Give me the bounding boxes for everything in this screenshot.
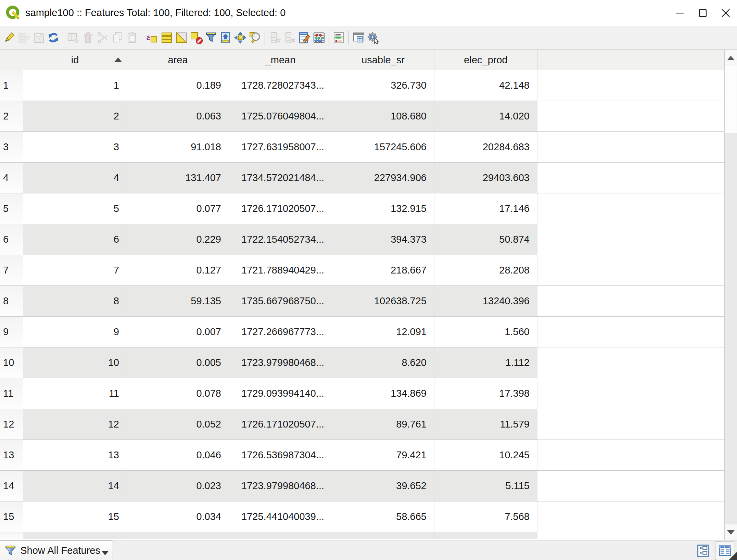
table-cell-area[interactable]: 59.135 — [127, 286, 229, 316]
scrollbar-track[interactable] — [725, 66, 737, 524]
table-cell-usable_sr[interactable]: 326.730 — [332, 70, 434, 101]
table-corner-cell[interactable] — [0, 50, 23, 70]
row-number-header[interactable]: 13 — [0, 440, 23, 470]
table-cell-id[interactable]: 13 — [23, 440, 127, 470]
table-cell-elec_prod[interactable]: 20284.683 — [434, 132, 537, 162]
table-cell-elec_prod[interactable]: 50.874 — [434, 224, 537, 255]
table-cell-id[interactable]: 5 — [23, 193, 127, 224]
feature-actions-button[interactable] — [366, 27, 381, 48]
table-cell-area[interactable]: 0.078 — [127, 378, 229, 409]
toggle-editing-button[interactable] — [2, 27, 16, 48]
table-cell-area[interactable]: 0.007 — [127, 317, 229, 347]
row-number-header[interactable]: 10 — [0, 347, 23, 378]
table-cell-area[interactable]: 91.018 — [127, 132, 229, 162]
table-cell-_mean[interactable]: 1726.171020507... — [229, 193, 332, 224]
table-cell-_mean[interactable]: 1722.154052734... — [229, 224, 332, 255]
row-number-header[interactable]: 6 — [0, 224, 23, 255]
table-cell-usable_sr[interactable]: 8.620 — [332, 347, 434, 378]
table-cell-elec_prod[interactable]: 42.148 — [434, 70, 537, 101]
reload-table-button[interactable] — [46, 27, 61, 48]
table-cell-_mean[interactable]: 1729.093994140... — [229, 378, 332, 409]
table-cell-usable_sr[interactable]: 79.421 — [332, 440, 434, 470]
table-cell-elec_prod[interactable]: 28.208 — [434, 255, 537, 285]
scrollbar-thumb[interactable] — [725, 66, 737, 134]
table-cell-area[interactable]: 0.229 — [127, 224, 229, 255]
table-cell-elec_prod[interactable]: 10.245 — [434, 440, 537, 470]
row-number-header[interactable]: 4 — [0, 163, 23, 193]
table-cell-elec_prod[interactable]: 14.020 — [434, 101, 537, 131]
close-button[interactable] — [714, 0, 737, 26]
table-cell-usable_sr[interactable]: 157245.606 — [332, 132, 434, 162]
edit-fields-button[interactable] — [297, 27, 312, 48]
table-cell-usable_sr[interactable]: 218.667 — [332, 255, 434, 285]
filter-by-form-button[interactable] — [203, 27, 218, 48]
table-cell-_mean[interactable]: 1725.441040039... — [229, 501, 332, 532]
row-number-header[interactable]: 2 — [0, 101, 23, 131]
table-cell-id[interactable]: 6 — [23, 224, 127, 255]
select-by-expression-button[interactable]: ε — [144, 27, 159, 48]
table-cell-area[interactable]: 0.046 — [127, 440, 229, 470]
table-cell-_mean[interactable]: 1735.667968750... — [229, 286, 332, 316]
table-cell-id[interactable]: 8 — [23, 286, 127, 316]
move-selection-to-top-button[interactable] — [218, 27, 233, 48]
table-cell-elec_prod[interactable]: 17.146 — [434, 193, 537, 224]
row-number-header[interactable]: 8 — [0, 286, 23, 316]
row-number-header[interactable]: 15 — [0, 501, 23, 532]
maximize-button[interactable] — [691, 0, 714, 26]
column-header-area[interactable]: area — [127, 50, 229, 70]
column-header-id[interactable]: id — [23, 50, 127, 70]
table-cell-elec_prod[interactable]: 1.560 — [434, 317, 537, 347]
zoom-to-selection-button[interactable] — [247, 27, 262, 48]
table-cell-area[interactable]: 0.052 — [127, 409, 229, 440]
scrollbar-up-button[interactable] — [725, 50, 737, 66]
table-cell-id[interactable]: 14 — [23, 471, 127, 501]
table-cell-usable_sr[interactable]: 394.373 — [332, 224, 434, 255]
table-cell-area[interactable]: 0.189 — [127, 70, 229, 101]
row-number-header[interactable]: 12 — [0, 409, 23, 440]
dock-attribute-table-button[interactable] — [351, 27, 366, 48]
column-header-mean[interactable]: _mean — [229, 50, 332, 70]
row-number-header[interactable]: 9 — [0, 317, 23, 347]
scrollbar-down-button[interactable] — [725, 524, 737, 540]
table-cell-elec_prod[interactable]: 7.568 — [434, 501, 537, 532]
show-all-features-button[interactable]: Show All Features — [0, 540, 113, 560]
field-calculator-button[interactable] — [312, 27, 326, 48]
table-cell-elec_prod[interactable]: 11.579 — [434, 409, 537, 440]
table-cell-_mean[interactable]: 1726.171020507... — [229, 409, 332, 440]
row-number-header[interactable]: 3 — [0, 132, 23, 162]
conditional-formatting-button[interactable] — [331, 27, 346, 48]
row-number-header[interactable]: 7 — [0, 255, 23, 285]
table-cell-id[interactable]: 10 — [23, 347, 127, 378]
resize-grip[interactable] — [729, 552, 737, 560]
table-row-partial[interactable] — [0, 532, 724, 539]
row-number-header[interactable]: 5 — [0, 193, 23, 224]
row-number-header[interactable]: 14 — [0, 471, 23, 501]
row-number-header[interactable]: 11 — [0, 378, 23, 409]
table-cell-elec_prod[interactable]: 13240.396 — [434, 286, 537, 316]
table-cell-id[interactable]: 12 — [23, 409, 127, 440]
table-cell-elec_prod[interactable]: 5.115 — [434, 471, 537, 501]
table-cell-area[interactable]: 0.023 — [127, 471, 229, 501]
column-header-elec-prod[interactable]: elec_prod — [434, 50, 537, 70]
table-cell-elec_prod[interactable]: 1.112 — [434, 347, 537, 378]
table-cell-usable_sr[interactable]: 58.665 — [332, 501, 434, 532]
table-cell-_mean[interactable]: 1734.572021484... — [229, 163, 332, 193]
table-cell-id[interactable]: 1 — [23, 70, 127, 101]
table-cell-id[interactable]: 9 — [23, 317, 127, 347]
table-cell-id[interactable]: 7 — [23, 255, 127, 285]
table-cell-_mean[interactable]: 1727.631958007... — [229, 132, 332, 162]
row-number-header[interactable]: 1 — [0, 70, 23, 101]
table-cell-elec_prod[interactable]: 17.398 — [434, 378, 537, 409]
table-cell-area[interactable]: 0.063 — [127, 101, 229, 131]
table-cell-usable_sr[interactable]: 132.915 — [332, 193, 434, 224]
deselect-all-button[interactable] — [189, 27, 203, 48]
table-cell-area[interactable]: 0.077 — [127, 193, 229, 224]
table-cell-area[interactable]: 131.407 — [127, 163, 229, 193]
table-cell-usable_sr[interactable]: 102638.725 — [332, 286, 434, 316]
pan-to-selection-button[interactable] — [233, 27, 247, 48]
table-cell-area[interactable]: 0.034 — [127, 501, 229, 532]
table-cell-elec_prod[interactable]: 29403.603 — [434, 163, 537, 193]
table-cell-_mean[interactable]: 1723.979980468... — [229, 347, 332, 378]
table-cell-_mean[interactable]: 1721.788940429... — [229, 255, 332, 285]
table-cell-id[interactable]: 11 — [23, 378, 127, 409]
